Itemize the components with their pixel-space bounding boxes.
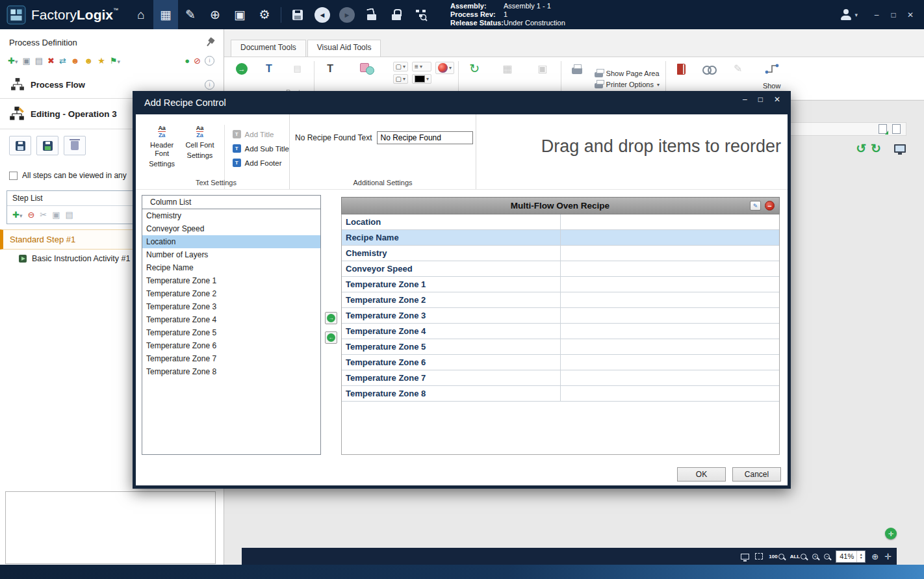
table-cell-name[interactable]: Recipe Name [342, 230, 561, 245]
table-cell-value[interactable] [561, 386, 779, 401]
navigator-button[interactable]: ⊕ [203, 0, 227, 29]
unlock-button[interactable] [359, 0, 384, 29]
dialog-maximize-button[interactable]: □ [758, 95, 763, 104]
cut-step-button[interactable]: ✂ [40, 210, 47, 220]
table-cell-name[interactable]: Temperature Zone 7 [342, 370, 561, 385]
minimize-button[interactable]: – [869, 8, 884, 22]
table-cell-value[interactable] [561, 230, 779, 245]
dialog-close-button[interactable]: ✕ [774, 95, 780, 104]
table-cell-name[interactable]: Temperature Zone 3 [342, 308, 561, 323]
assign-trainer-button[interactable]: ☻ [84, 56, 94, 66]
ok-button[interactable]: OK [677, 467, 726, 482]
show-page-area-button[interactable]: Show Page Area [595, 70, 660, 77]
add-footer-button[interactable]: TAdd Footer [233, 159, 289, 167]
table-row[interactable]: Chemistry [342, 246, 779, 261]
table-cell-name[interactable]: Location [342, 214, 561, 229]
favorite-button[interactable]: ★ [97, 56, 105, 66]
column-list-item[interactable]: Chemistry [142, 209, 320, 222]
flow-search-button[interactable] [409, 0, 433, 29]
column-list-item[interactable]: Temperature Zone 5 [142, 326, 320, 339]
table-cell-value[interactable] [561, 355, 779, 370]
no-recipe-found-input[interactable] [377, 131, 473, 144]
assign-operator-button[interactable]: ☻ [71, 56, 80, 66]
column-list-item[interactable]: Recipe Name [142, 261, 320, 274]
add-item-button[interactable]: ✚▾ [8, 55, 18, 67]
add-step-button[interactable]: ✚▾ [12, 209, 22, 221]
table-cell-value[interactable] [561, 261, 779, 276]
info-button[interactable]: i [205, 56, 214, 66]
column-list-item[interactable]: Temperature Zone 8 [142, 365, 320, 378]
flag-dropdown-button[interactable]: ⚑▾ [110, 55, 120, 67]
table-cell-value[interactable] [561, 292, 779, 307]
user-menu-button[interactable]: ▾ [840, 9, 858, 20]
column-list-item[interactable]: Temperature Zone 2 [142, 287, 320, 300]
save-button[interactable] [285, 0, 310, 29]
column-list-item[interactable]: Location [142, 235, 320, 248]
add-title-button[interactable]: TAdd Title [233, 130, 289, 138]
column-list-item[interactable]: Number of Layers [142, 248, 320, 261]
table-row[interactable]: Conveyor Speed [342, 261, 779, 277]
table-row[interactable]: Temperature Zone 6 [342, 355, 779, 370]
edit-table-button[interactable]: ✎ [750, 201, 761, 211]
dialog-minimize-button[interactable]: – [743, 95, 747, 104]
table-cell-name[interactable]: Temperature Zone 2 [342, 292, 561, 307]
process-definition-button[interactable]: ▦ [153, 0, 178, 29]
table-cell-value[interactable] [561, 246, 779, 261]
document-properties-button[interactable] [892, 124, 901, 134]
save-import-button[interactable] [36, 136, 58, 155]
presentation-mode-button[interactable] [894, 144, 906, 153]
table-cell-value[interactable] [561, 370, 779, 385]
remove-table-button[interactable]: − [765, 201, 775, 211]
color-picker-dropdown[interactable]: ▾ [435, 62, 454, 74]
document-edit-button[interactable]: ✎ [178, 0, 203, 29]
table-row[interactable]: Temperature Zone 8 [342, 386, 779, 402]
back-button[interactable]: ◄ [310, 0, 335, 29]
table-row[interactable]: Recipe Name [342, 230, 779, 246]
lock-button[interactable] [384, 0, 409, 29]
remove-step-button[interactable]: ⊖ [27, 210, 34, 220]
table-cell-value[interactable] [561, 324, 779, 339]
table-row[interactable]: Temperature Zone 4 [342, 324, 779, 339]
table-cell-name[interactable]: Temperature Zone 8 [342, 386, 561, 401]
pin-icon[interactable] [204, 37, 215, 49]
select-region-icon[interactable] [755, 553, 763, 560]
table-cell-value[interactable] [561, 214, 779, 229]
zoom-actual-button[interactable]: 100 [769, 554, 784, 560]
maximize-button[interactable]: □ [886, 8, 901, 22]
copy-step-button[interactable]: ▣ [52, 210, 60, 220]
zoom-fit-all-button[interactable]: ALL [790, 554, 807, 560]
display-icon[interactable] [741, 554, 749, 560]
reorder-button[interactable]: ⇄ [59, 56, 66, 66]
copy-item-button[interactable]: ▣ [22, 56, 30, 66]
pan-button[interactable]: ✛ [884, 552, 892, 561]
table-cell-name[interactable]: Temperature Zone 6 [342, 355, 561, 370]
table-row[interactable]: Temperature Zone 1 [342, 277, 779, 292]
column-list-item[interactable]: Temperature Zone 4 [142, 313, 320, 326]
print-button[interactable]: ▤ [35, 56, 43, 66]
deactivate-button[interactable]: ⊘ [194, 56, 201, 66]
table-cell-name[interactable]: Temperature Zone 5 [342, 339, 561, 354]
steps-view-checkbox[interactable] [9, 172, 18, 180]
tab-visual-aid-tools[interactable]: Visual Aid Tools [307, 40, 381, 57]
zoom-in-button[interactable]: + [812, 554, 818, 560]
add-column-button[interactable]: → [325, 312, 337, 324]
delete-item-button[interactable]: ✖ [47, 56, 55, 66]
column-list-item[interactable]: Temperature Zone 1 [142, 274, 320, 287]
table-cell-name[interactable]: Chemistry [342, 246, 561, 261]
zoom-level-combo[interactable]: 41% ▲▼ [836, 550, 866, 563]
home-button[interactable]: ⌂ [129, 0, 153, 29]
line-style-dropdown[interactable]: ≡▾ [412, 62, 431, 71]
column-list-item[interactable]: Temperature Zone 6 [142, 339, 320, 352]
close-button[interactable]: ✕ [903, 8, 918, 22]
table-cell-value[interactable] [561, 308, 779, 323]
cancel-button[interactable]: Cancel [732, 467, 781, 482]
activate-button[interactable]: ● [185, 56, 190, 66]
table-cell-value[interactable] [561, 277, 779, 292]
printer-options-dropdown[interactable]: Printer Options▾ [595, 81, 660, 88]
settings-button[interactable]: ⚙ [252, 0, 277, 29]
process-flow-info-icon[interactable]: i [205, 80, 214, 90]
remove-column-button[interactable]: ← [325, 331, 337, 344]
panel-notes-box[interactable] [5, 491, 216, 564]
forward-button[interactable]: ► [335, 0, 359, 29]
table-row[interactable]: Temperature Zone 2 [342, 292, 779, 308]
